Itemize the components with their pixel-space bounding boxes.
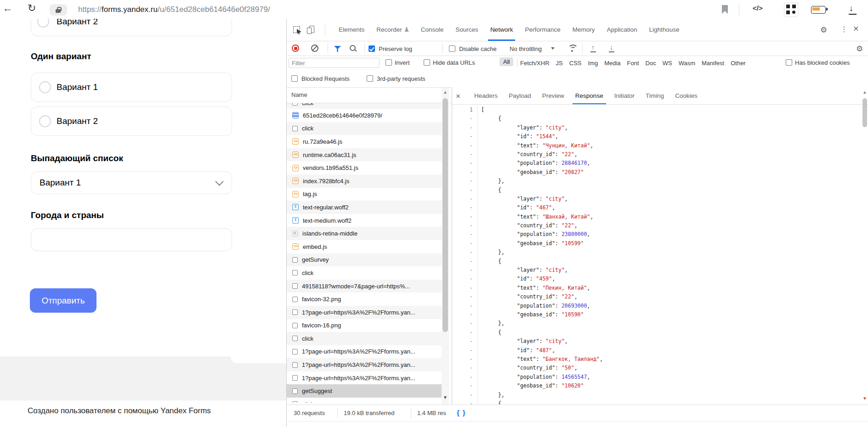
download-icon[interactable]: ↓ <box>849 4 853 13</box>
cities-input[interactable] <box>31 228 232 251</box>
filter-funnel-icon[interactable] <box>334 46 341 52</box>
fold-marker-icon[interactable]: - <box>452 124 477 132</box>
inspect-element-icon[interactable] <box>293 26 300 33</box>
fold-marker-icon[interactable]: - <box>452 284 477 292</box>
devtools-tab-lighthouse[interactable]: Lighthouse <box>643 19 686 41</box>
fold-marker-icon[interactable]: - <box>452 195 477 203</box>
search-icon[interactable] <box>350 45 356 51</box>
site-security-pill[interactable] <box>50 4 67 16</box>
back-icon[interactable]: ← <box>3 3 13 13</box>
fold-marker-icon[interactable]: - <box>452 150 477 159</box>
fold-marker-icon[interactable]: - <box>452 248 477 257</box>
request-row-islands-retina-middle[interactable]: islands-retina-middle <box>287 227 442 240</box>
request-row-1-page-url-https-3A-2F-2[interactable]: 1?page-url=https%3A%2F%2Fforms.yan... <box>287 345 442 359</box>
preserve-log-checkbox[interactable] <box>369 45 375 52</box>
fold-marker-icon[interactable]: - <box>452 159 477 168</box>
request-row-getSurvey[interactable]: getSurvey <box>287 253 442 267</box>
request-row-getSuggest[interactable]: getSuggest <box>287 384 442 398</box>
fold-marker-icon[interactable]: - <box>452 213 477 221</box>
address-bar[interactable]: https://forms.yandex.ru/u/651ed28ceb6146… <box>78 5 270 14</box>
request-row-1-page-url-https-3A-2F-2[interactable]: 1?page-url=https%3A%2F%2Fforms.yan... <box>287 306 442 319</box>
battery-icon[interactable] <box>811 6 826 14</box>
request-row-click[interactable]: click <box>287 266 442 280</box>
scroll-up-icon[interactable]: ▲ <box>443 90 448 95</box>
response-scroll-down-icon[interactable]: ▼ <box>862 396 867 401</box>
fold-marker-icon[interactable]: - <box>452 319 477 328</box>
request-row-text-medium-woff2[interactable]: Ttext-medium.woff2 <box>287 214 442 227</box>
fold-marker-icon[interactable]: - <box>452 203 477 212</box>
filter-type-other[interactable]: Other <box>731 60 746 67</box>
fold-marker-icon[interactable]: - <box>452 257 477 266</box>
request-row-favicon-16-png[interactable]: favicon-16.png <box>287 319 442 332</box>
radio-icon[interactable] <box>39 115 51 127</box>
request-row-vendors-1b95a551-js[interactable]: <>vendors.1b95a551.js <box>287 161 442 174</box>
request-row-ru-72a9ea46-js[interactable]: <>ru.72a9ea46.js <box>287 135 442 148</box>
list-scrollbar-thumb[interactable] <box>443 98 448 332</box>
request-row-text-regular-woff2[interactable]: Ttext-regular.woff2 <box>287 201 442 214</box>
devtools-tab-recorder[interactable]: Recorder <box>370 19 415 41</box>
radio-icon[interactable] <box>37 19 49 28</box>
request-row-index-7928bfc4-js[interactable]: <>index.7928bfc4.js <box>287 174 442 188</box>
hide-data-urls-label[interactable]: Hide data URLs <box>433 59 475 66</box>
request-row-click[interactable]: click <box>287 122 442 135</box>
fold-marker-icon[interactable]: - <box>452 391 477 399</box>
network-settings-gear-icon[interactable]: ⚙ <box>856 44 863 54</box>
disable-cache-label[interactable]: Disable cache <box>459 45 497 52</box>
devtools-tab-memory[interactable]: Memory <box>567 19 601 41</box>
filter-type-manifest[interactable]: Manifest <box>702 60 724 67</box>
request-row-click[interactable]: click <box>287 332 442 345</box>
kebab-menu-icon[interactable]: ⋮ <box>840 25 848 34</box>
filter-type-wasm[interactable]: Wasm <box>679 60 695 67</box>
request-row-favicon-32-png[interactable]: favicon-32.png <box>287 292 442 306</box>
reload-icon[interactable]: ↻ <box>28 3 36 13</box>
fold-marker-icon[interactable]: - <box>452 373 477 382</box>
devtools-tab-console[interactable]: Console <box>415 19 450 41</box>
fold-marker-icon[interactable]: - <box>452 302 477 310</box>
fold-marker-icon[interactable]: - <box>452 399 477 405</box>
throttling-dropdown-arrow[interactable] <box>551 47 555 50</box>
invert-label[interactable]: Invert <box>395 59 410 66</box>
response-json-viewer[interactable]: 1[-{-"layer": "city",-"id": "1544",-"tex… <box>452 106 862 405</box>
detail-tab-headers[interactable]: Headers <box>469 87 503 105</box>
fold-marker-icon[interactable]: - <box>452 382 477 390</box>
detail-tab-cookies[interactable]: Cookies <box>669 87 703 105</box>
fold-marker-icon[interactable]: - <box>452 132 477 141</box>
fold-marker-icon[interactable]: - <box>452 364 477 372</box>
radio-option-card-clipped[interactable]: Вариант 2 <box>31 19 232 36</box>
radio-option-card-1[interactable]: Вариант 1 <box>31 73 232 102</box>
filter-input[interactable] <box>289 58 380 68</box>
filter-type-img[interactable]: Img <box>588 60 598 67</box>
filter-type-fetch-xhr[interactable]: Fetch/XHR <box>520 60 550 67</box>
devtools-tab-elements[interactable]: Elements <box>333 19 370 41</box>
detail-tab-preview[interactable]: Preview <box>537 87 570 105</box>
fold-marker-icon[interactable]: - <box>452 239 477 248</box>
request-row-tag-js[interactable]: <>tag.js <box>287 188 442 201</box>
record-network-log-icon[interactable] <box>292 45 299 52</box>
request-row-click[interactable]: click <box>287 103 442 109</box>
preserve-log-label[interactable]: Preserve log <box>379 45 412 52</box>
network-name-header[interactable]: Name <box>287 87 452 103</box>
fold-marker-icon[interactable]: - <box>452 114 477 123</box>
request-row-click[interactable]: click <box>287 398 442 403</box>
fold-marker-icon[interactable]: - <box>452 141 477 150</box>
devtools-tab-network[interactable]: Network <box>484 19 519 41</box>
filter-type-all[interactable]: All <box>499 57 513 66</box>
filter-type-css[interactable]: CSS <box>569 60 582 67</box>
request-row-runtime-ca06ac31-js[interactable]: <>runtime.ca06ac31.js <box>287 148 442 162</box>
radio-option-card-2[interactable]: Вариант 2 <box>31 107 232 136</box>
export-har-icon[interactable]: ↓ <box>610 44 613 51</box>
fold-marker-icon[interactable]: - <box>452 292 477 301</box>
fold-marker-icon[interactable]: - <box>452 337 477 346</box>
invert-checkbox[interactable] <box>386 59 392 66</box>
fold-marker-icon[interactable]: - <box>452 177 477 185</box>
code-icon[interactable]: </> <box>753 4 763 12</box>
settings-gear-icon[interactable]: ⚙ <box>820 25 827 35</box>
qr-code-icon[interactable] <box>784 2 799 17</box>
detail-tab-initiator[interactable]: Initiator <box>609 87 640 105</box>
third-party-checkbox[interactable] <box>367 75 373 82</box>
fold-marker-icon[interactable]: - <box>452 275 477 283</box>
filter-type-media[interactable]: Media <box>604 60 620 67</box>
hide-data-urls-checkbox[interactable] <box>424 59 430 66</box>
fold-marker-icon[interactable]: - <box>452 266 477 275</box>
fold-marker-icon[interactable]: - <box>452 186 477 195</box>
